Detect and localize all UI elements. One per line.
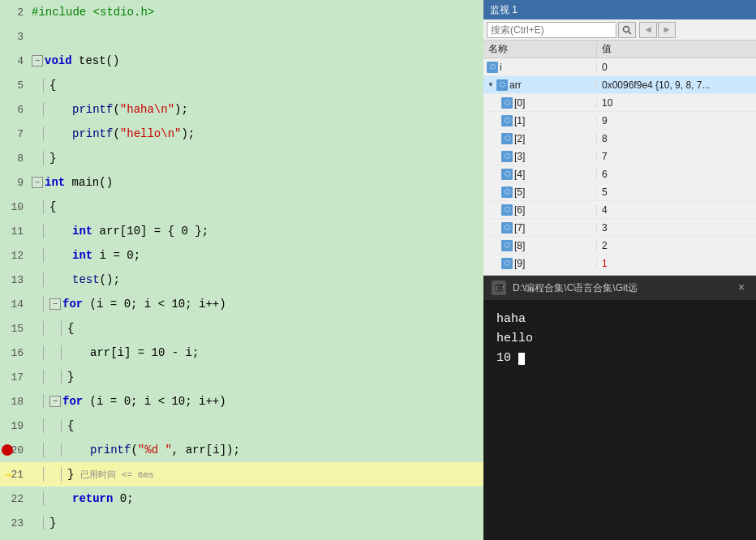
watch-row-arr-4[interactable]: ⬡ [4] 6 [483, 165, 756, 183]
line-gutter-17: 17 [0, 365, 28, 389]
watch-titlebar: 监视 1 [483, 0, 756, 19]
terminal-line-1: haha [496, 310, 743, 329]
nav-forward-button[interactable]: ▶ [658, 22, 676, 38]
watch-row-arr-6[interactable]: ⬡ [6] 4 [483, 201, 756, 219]
code-content-14: −for (i = 0; i < 10; i++) [28, 292, 483, 316]
line-number-15: 15 [11, 323, 24, 335]
watch-row-arr-8[interactable]: ⬡ [8] 2 [483, 237, 756, 255]
code-line-21: ⇒ 21 } 已用时间 <= 6ms [0, 462, 483, 486]
cmd-icon: C:\ [494, 283, 504, 293]
watch-search-button[interactable] [618, 22, 636, 38]
watch-row-arr-9[interactable]: ⬡ [9] 1 [483, 255, 756, 272]
fold-icon-18[interactable]: − [49, 396, 61, 407]
var-icon-arr-1: ⬡ [501, 115, 513, 126]
watch-cell-val-i: 0 [597, 62, 756, 73]
var-icon-arr-4: ⬡ [501, 169, 513, 180]
watch-cell-name-arr-1: ⬡ [1] [483, 115, 597, 126]
breakpoint-dot-20 [2, 444, 13, 456]
watch-toolbar: ◀ ▶ [483, 19, 756, 41]
line-number-4: 4 [17, 55, 24, 67]
line-gutter-16: 16 [0, 341, 28, 365]
watch-cell-name-arr: ▼ ⬡ arr [483, 79, 597, 91]
code-line-2: 2 #include <stdio.h> [0, 0, 483, 24]
code-content-5: { [28, 73, 483, 97]
code-content-13: test(); [28, 268, 483, 292]
watch-row-i[interactable]: ⬡ i 0 [483, 58, 756, 76]
code-content-19: { [28, 414, 483, 438]
code-content-7: printf("hello\n"); [28, 122, 483, 146]
arrow-indicator-21: ⇒ [2, 468, 15, 481]
terminal-window: C:\ D:\编程合集\C语言合集\Git远 × haha hello 10 [483, 276, 756, 540]
code-line-19: 19 { [0, 414, 483, 438]
code-content-17: } [28, 365, 483, 389]
terminal-line-3: 10 [496, 349, 743, 368]
watch-col-name-header: 名称 [483, 42, 597, 56]
watch-row-arr-3[interactable]: ⬡ [3] 7 [483, 148, 756, 165]
svg-line-1 [629, 32, 631, 34]
watch-cell-val-arr-2: 8 [597, 133, 756, 144]
expand-triangle-arr: ▼ [487, 81, 495, 89]
line-number-17: 17 [11, 371, 24, 384]
watch-col-val-header: 值 [597, 42, 756, 56]
line-gutter-2: 2 [0, 0, 28, 24]
watch-row-arr-1[interactable]: ⬡ [1] 9 [483, 112, 756, 130]
var-icon-arr-8: ⬡ [501, 240, 513, 251]
code-line-5: 5 { [0, 73, 483, 97]
watch-window: 监视 1 ◀ ▶ 名称 值 ⬡ [483, 0, 756, 276]
code-content-11: int arr[10] = { 0 }; [28, 219, 483, 243]
code-content-10: { [28, 195, 483, 219]
watch-search-input[interactable] [487, 22, 616, 38]
code-line-20: 20 printf("%d ", arr[i]); [0, 438, 483, 462]
line-gutter-19: 19 [0, 414, 28, 438]
var-icon-arr: ⬡ [496, 79, 508, 91]
watch-cell-name-arr-0: ⬡ [0] [483, 97, 597, 109]
code-content-22: return 0; [28, 486, 483, 511]
fold-icon-14[interactable]: − [49, 298, 61, 310]
watch-row-arr-0[interactable]: ⬡ [0] 10 [483, 94, 756, 112]
line-gutter-12: 12 [0, 243, 28, 268]
watch-cell-name-arr-9: ⬡ [9] [483, 258, 597, 269]
line-number-10: 10 [11, 201, 24, 213]
watch-cell-val-arr-9: 1 [597, 258, 756, 269]
watch-row-arr-2[interactable]: ⬡ [2] 8 [483, 130, 756, 148]
watch-add-row[interactable]: 添加要监视的项 [483, 272, 756, 275]
terminal-close-button[interactable]: × [735, 281, 748, 294]
line-gutter-15: 15 [0, 316, 28, 341]
line-number-11: 11 [11, 225, 24, 238]
watch-row-arr[interactable]: ▼ ⬡ arr 0x0096f9e4 {10, 9, 8, 7... [483, 76, 756, 94]
watch-add-label: 添加要监视的项 [490, 275, 558, 276]
var-icon-arr-0: ⬡ [501, 97, 513, 109]
code-line-17: 17 } [0, 365, 483, 389]
code-line-8: 8 } [0, 146, 483, 170]
watch-cell-name-arr-8: ⬡ [8] [483, 240, 597, 251]
code-line-23: 23 } [0, 511, 483, 535]
watch-table: 名称 值 ⬡ i 0 ▼ ⬡ arr 0x0096f9e4 {10, 9, 8,… [483, 41, 756, 275]
nav-back-button[interactable]: ◀ [639, 22, 657, 38]
watch-row-arr-5[interactable]: ⬡ [5] 5 [483, 183, 756, 201]
code-line-7: 7 printf("hello\n"); [0, 122, 483, 146]
line-gutter-4: 4 [0, 49, 28, 73]
watch-cell-val-arr-4: 6 [597, 169, 756, 180]
code-lines: 2 #include <stdio.h> 3 4 −void test() [0, 0, 483, 535]
watch-row-arr-7[interactable]: ⬡ [7] 3 [483, 219, 756, 237]
code-line-10: 10 { [0, 195, 483, 219]
watch-cell-val-arr: 0x0096f9e4 {10, 9, 8, 7... [597, 79, 756, 91]
code-line-11: 11 int arr[10] = { 0 }; [0, 219, 483, 243]
var-icon-i: ⬡ [487, 62, 498, 73]
terminal-title: D:\编程合集\C语言合集\Git远 [513, 281, 728, 295]
var-icon-arr-9: ⬡ [501, 258, 513, 269]
watch-cell-val-arr-7: 3 [597, 222, 756, 234]
code-content-21: } 已用时间 <= 6ms [28, 462, 483, 486]
code-line-12: 12 int i = 0; [0, 243, 483, 268]
line-number-16: 16 [11, 347, 24, 359]
code-content-18: −for (i = 0; i < 10; i++) [28, 389, 483, 414]
code-content-16: arr[i] = 10 - i; [28, 341, 483, 365]
code-content-4: −void test() [28, 49, 483, 73]
line-number-7: 7 [17, 128, 24, 140]
var-icon-arr-3: ⬡ [501, 151, 513, 162]
code-content-9: −int main() [28, 170, 483, 195]
code-content-8: } [28, 146, 483, 170]
watch-cell-val-arr-6: 4 [597, 204, 756, 216]
fold-icon-9[interactable]: − [32, 177, 43, 188]
fold-icon-4[interactable]: − [32, 55, 43, 66]
